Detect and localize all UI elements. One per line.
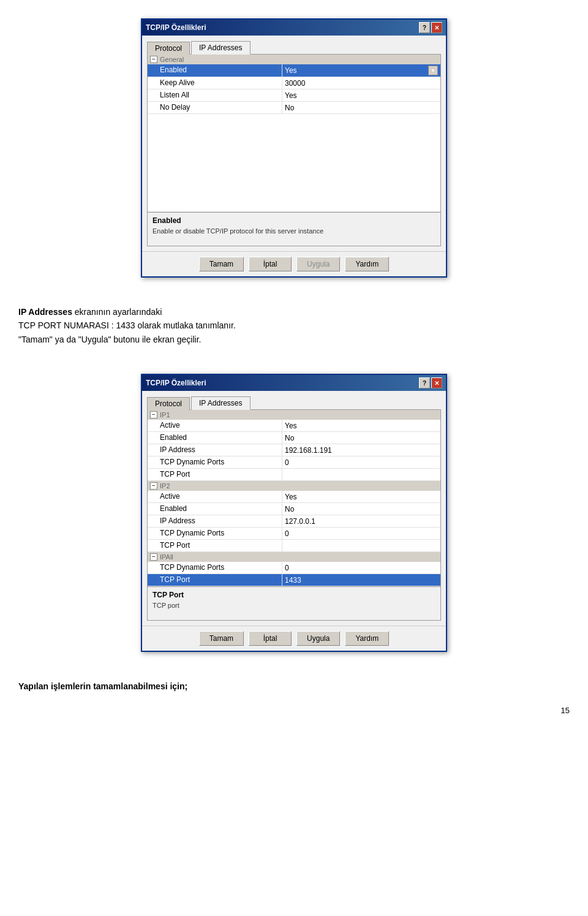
ip2-prop-value-ipaddress: 127.0.0.1 [282, 515, 440, 527]
prop-name-keepalive: Keep Alive [148, 77, 282, 89]
ip2-row-enabled[interactable]: Enabled No [148, 503, 440, 515]
ip1-row-ipaddress[interactable]: IP Address 192.168.1.191 [148, 444, 440, 456]
ip2-row-tcpport[interactable]: TCP Port [148, 540, 440, 552]
btn-tamam-1[interactable]: Tamam [199, 257, 244, 271]
close-button-1[interactable]: ✕ [431, 22, 442, 33]
section-ip1: − IP1 [148, 410, 440, 420]
section-ipall: − IPAll [148, 552, 440, 562]
section-ip2: − IP2 [148, 481, 440, 491]
dialog-2: TCP/IP Özellikleri ? ✕ Protocol IP Addre… [141, 374, 447, 652]
help-button-1[interactable]: ? [419, 22, 430, 33]
prop-row-keepalive[interactable]: Keep Alive 30000 [148, 77, 440, 89]
prop-value-keepalive: 30000 [282, 77, 440, 89]
tab-bar-2: Protocol IP Addresses [147, 396, 441, 409]
ip2-prop-value-tcpdynamic: 0 [282, 528, 440, 539]
dialog-2-content: Protocol IP Addresses − IP1 Active Yes E… [142, 391, 446, 626]
dialog-1-content: Protocol IP Addresses − General Enabled … [142, 36, 446, 251]
body-text-block: IP Addresses ekranının ayarlarındaki TCP… [18, 305, 570, 346]
spacer-1 [18, 284, 570, 293]
ip2-row-active[interactable]: Active Yes [148, 491, 440, 503]
prop-row-enabled[interactable]: Enabled Yes ▼ [148, 64, 440, 77]
ip2-prop-name-enabled: Enabled [148, 503, 282, 515]
dialog-2-buttons: Tamam İptal Uygula Yardım [142, 626, 446, 651]
dialog-2-title: TCP/IP Özellikleri [146, 379, 206, 387]
btn-yardim-2[interactable]: Yardım [345, 631, 389, 646]
ip1-prop-value-ipaddress: 192.168.1.191 [282, 444, 440, 456]
prop-name-enabled: Enabled [148, 64, 282, 77]
collapse-general[interactable]: − [150, 56, 157, 63]
ip1-prop-name-ipaddress: IP Address [148, 444, 282, 456]
ip1-prop-name-tcpdynamic: TCP Dynamic Ports [148, 456, 282, 468]
ip2-prop-value-enabled: No [282, 503, 440, 515]
dialog-2-titlebar: TCP/IP Özellikleri ? ✕ [142, 375, 446, 391]
body-line-3: "Tamam" ya da "Uygula" butonu ile ekran … [18, 333, 570, 346]
tab-ipaddresses-1[interactable]: IP Addresses [191, 41, 251, 55]
tab-ipaddresses-2[interactable]: IP Addresses [191, 396, 251, 410]
ip1-row-tcpdynamic[interactable]: TCP Dynamic Ports 0 [148, 456, 440, 469]
page-number-container: 15 [18, 706, 570, 715]
dialog-1: TCP/IP Özellikleri ? ✕ Protocol IP Addre… [141, 18, 447, 278]
ip1-row-enabled[interactable]: Enabled No [148, 432, 440, 444]
dialog-1-titlebar: TCP/IP Özellikleri ? ✕ [142, 20, 446, 36]
dropdown-arrow-enabled[interactable]: ▼ [428, 66, 438, 75]
section-general: − General [148, 55, 440, 64]
ipall-prop-value-tcpport [282, 574, 440, 586]
empty-prop-area [148, 114, 440, 212]
body-line-1-suffix: ekranının ayarlarındaki [75, 307, 162, 317]
description-panel-2: TCP Port TCP port [147, 587, 441, 621]
ipall-row-tcpport[interactable]: TCP Port [148, 574, 440, 586]
ip2-prop-name-tcpport: TCP Port [148, 540, 282, 551]
body-line-2: TCP PORT NUMARASI : 1433 olarak mutlaka … [18, 319, 570, 332]
section-ip2-label: IP2 [160, 482, 170, 490]
btn-uygula-1[interactable]: Uygula [296, 257, 340, 271]
description-title-1: Enabled [153, 216, 435, 225]
ip1-prop-name-tcpport: TCP Port [148, 469, 282, 480]
btn-iptal-1[interactable]: İptal [249, 257, 292, 271]
btn-yardim-1[interactable]: Yardım [345, 257, 389, 271]
ip1-prop-value-tcpport [282, 469, 440, 480]
prop-name-listenall: Listen All [148, 89, 282, 101]
prop-row-nodelay[interactable]: No Delay No [148, 102, 440, 114]
collapse-ip1[interactable]: − [150, 411, 157, 418]
section-ipall-label: IPAll [160, 553, 173, 561]
ip1-prop-value-active: Yes [282, 420, 440, 431]
tab-protocol-1[interactable]: Protocol [147, 42, 190, 55]
ip1-row-active[interactable]: Active Yes [148, 420, 440, 432]
description-text-2: TCP port [153, 602, 435, 609]
ip2-prop-value-tcpport [282, 540, 440, 551]
ip2-prop-value-active: Yes [282, 491, 440, 502]
ip1-row-tcpport[interactable]: TCP Port [148, 469, 440, 481]
tab-protocol-2[interactable]: Protocol [147, 397, 190, 410]
prop-panel-1: − General Enabled Yes ▼ Keep Alive 30000 [147, 54, 441, 213]
collapse-ip2[interactable]: − [150, 482, 157, 490]
ip2-row-ipaddress[interactable]: IP Address 127.0.0.1 [148, 515, 440, 528]
help-button-2[interactable]: ? [419, 377, 430, 388]
prop-value-nodelay: No [282, 102, 440, 113]
spacer-3 [18, 658, 570, 667]
btn-tamam-2[interactable]: Tamam [199, 631, 244, 646]
ip2-prop-name-tcpdynamic: TCP Dynamic Ports [148, 528, 282, 539]
dialog-1-buttons: Tamam İptal Uygula Yardım [142, 251, 446, 276]
ip2-prop-name-ipaddress: IP Address [148, 515, 282, 527]
btn-iptal-2[interactable]: İptal [249, 631, 292, 646]
ipall-row-tcpdynamic[interactable]: TCP Dynamic Ports 0 [148, 562, 440, 574]
prop-value-enabled-dropdown: Yes ▼ [285, 66, 438, 75]
btn-uygula-2[interactable]: Uygula [296, 631, 340, 646]
prop-panel-2: − IP1 Active Yes Enabled No IP Address 1… [147, 409, 441, 587]
prop-name-nodelay: No Delay [148, 102, 282, 113]
titlebar-buttons-2: ? ✕ [419, 377, 442, 388]
ipall-prop-name-tcpport: TCP Port [148, 574, 282, 586]
prop-row-listenall[interactable]: Listen All Yes [148, 89, 440, 102]
tab-bar-1: Protocol IP Addresses [147, 40, 441, 54]
ip1-prop-name-enabled: Enabled [148, 432, 282, 444]
close-button-2[interactable]: ✕ [431, 377, 442, 388]
tcpport-input[interactable] [285, 576, 438, 585]
description-text-1: Enable or disable TCP/IP protocol for th… [153, 227, 435, 235]
ip-addresses-label: IP Addresses [18, 307, 72, 317]
spacer-2 [18, 358, 570, 368]
ip1-prop-value-enabled: No [282, 432, 440, 444]
body-line-1: IP Addresses ekranının ayarlarındaki [18, 305, 570, 319]
ip2-row-tcpdynamic[interactable]: TCP Dynamic Ports 0 [148, 528, 440, 540]
footer-text-block: Yapılan işlemlerin tamamlanabilmesi için… [18, 679, 570, 693]
collapse-ipall[interactable]: − [150, 553, 157, 561]
